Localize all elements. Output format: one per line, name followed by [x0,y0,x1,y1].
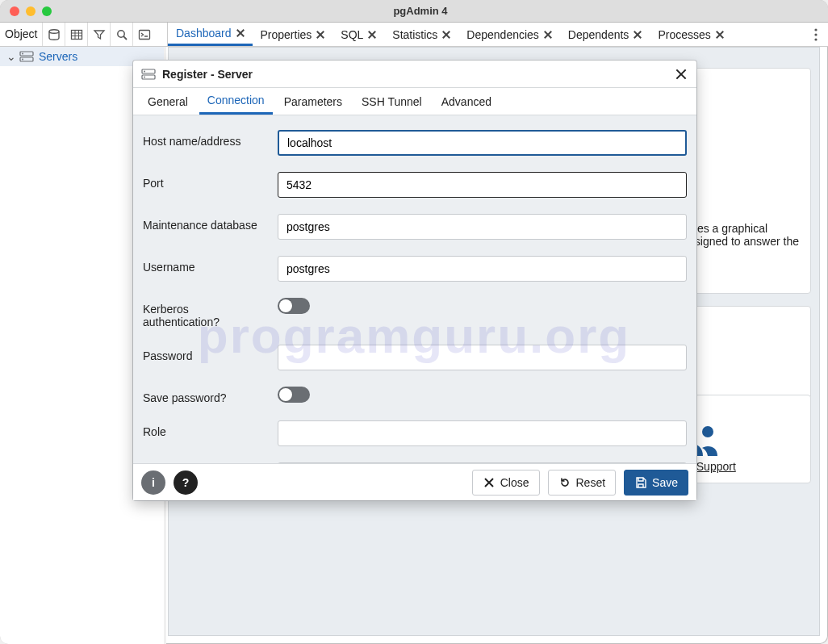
svg-point-22 [144,76,145,77]
filter-icon[interactable] [87,23,110,46]
row-username: Username [143,248,687,290]
help-icon[interactable]: ? [174,470,198,495]
svg-point-10 [814,33,817,36]
kerberos-toggle[interactable] [278,298,310,314]
app-window: pgAdmin 4 Object Dashboard Properties SQ… [0,0,828,644]
reset-button[interactable]: Reset [548,470,617,496]
query-tool-icon[interactable] [42,23,65,46]
row-password: Password [143,337,687,378]
tab-label: Statistics [392,28,437,41]
tab-properties[interactable]: Properties [253,23,333,46]
svg-point-6 [118,30,124,36]
dialog-title: Register - Server [162,68,253,81]
close-button-label: Close [500,476,529,489]
titlebar: pgAdmin 4 [0,0,828,23]
host-input[interactable] [278,130,687,156]
svg-point-15 [22,59,23,61]
register-server-dialog: Register - Server General Connection Par… [133,61,696,500]
x-icon [483,476,496,489]
reset-button-label: Reset [576,476,606,489]
label-password: Password [143,345,268,362]
tab-label: Dependencies [466,28,539,41]
svg-line-7 [123,36,127,40]
svg-point-21 [144,70,145,72]
row-host: Host name/address [143,122,687,164]
savepwd-toggle[interactable] [278,387,310,403]
label-port: Port [143,172,268,190]
close-tab-icon[interactable] [716,31,724,39]
close-tab-icon[interactable] [634,31,642,39]
dialog-footer: i ? Close Reset Save [133,463,696,500]
row-service: Service [143,454,687,463]
dlg-tab-advanced[interactable]: Advanced [433,88,500,115]
svg-point-14 [22,53,23,55]
row-port: Port [143,164,687,206]
tab-processes[interactable]: Processes [650,23,731,46]
label-savepwd: Save password? [143,387,268,404]
label-kerberos: Kerberos authentication? [143,298,268,328]
label-maintdb: Maintenance database [143,214,268,232]
close-window-icon[interactable] [10,6,19,16]
object-explorer-toolbar: Object [0,23,168,47]
window-controls [0,6,52,16]
tab-dependents[interactable]: Dependents [560,23,650,46]
tab-dashboard[interactable]: Dashboard [168,23,253,46]
close-icon[interactable] [674,67,688,82]
tab-label: Dashboard [176,27,232,40]
welcome-text-2: designed to answer the [682,235,799,248]
close-button[interactable]: Close [472,470,540,496]
role-input[interactable] [278,420,687,446]
info-icon[interactable]: i [141,470,165,495]
close-tab-icon[interactable] [316,31,324,39]
dlg-tab-ssh-tunnel[interactable]: SSH Tunnel [353,88,430,115]
row-savepwd: Save password? [143,378,687,412]
search-icon[interactable] [110,23,132,46]
svg-rect-1 [71,30,82,39]
close-tab-icon[interactable] [442,31,450,39]
view-data-icon[interactable] [65,23,87,46]
psql-tool-icon[interactable] [132,23,155,46]
svg-point-0 [49,29,59,32]
dialog-header: Register - Server [133,61,696,88]
svg-rect-8 [139,30,149,39]
label-host: Host name/address [143,130,268,148]
chevron-down-icon[interactable]: ⌄ [6,50,15,63]
main-tabs: Dashboard Properties SQL Statistics Depe… [168,23,828,47]
row-role: Role [143,412,687,454]
tab-statistics[interactable]: Statistics [384,23,458,46]
save-button-label: Save [652,476,678,489]
tab-label: SQL [341,28,363,41]
save-button[interactable]: Save [624,470,688,496]
dialog-tabs: General Connection Parameters SSH Tunnel… [133,88,696,115]
tree-root-label: Servers [39,50,77,63]
tab-sql[interactable]: SQL [332,23,384,46]
more-menu-icon[interactable] [804,23,828,46]
dialog-body: Host name/address Port Maintenance datab… [133,115,696,463]
close-tab-icon[interactable] [368,31,376,39]
row-kerberos: Kerberos authentication? [143,290,687,337]
maintdb-input[interactable] [278,214,687,240]
tab-label: Processes [658,28,710,41]
row-maintdb: Maintenance database [143,206,687,248]
save-icon [634,476,647,489]
close-tab-icon[interactable] [544,31,552,39]
minimize-window-icon[interactable] [26,6,36,16]
close-tab-icon[interactable] [236,29,245,37]
window-title: pgAdmin 4 [52,5,828,17]
password-input[interactable] [278,345,687,370]
svg-point-11 [814,38,817,40]
dlg-tab-parameters[interactable]: Parameters [276,88,350,115]
object-explorer-label: Object [0,23,42,46]
tab-dependencies[interactable]: Dependencies [458,23,560,46]
dlg-tab-connection[interactable]: Connection [199,88,273,115]
username-input[interactable] [278,256,687,282]
dlg-tab-general[interactable]: General [140,88,196,115]
port-input[interactable] [278,172,687,198]
label-role: Role [143,420,268,438]
server-icon [141,69,156,80]
zoom-window-icon[interactable] [42,6,52,16]
reset-icon [558,476,571,489]
tab-label: Dependents [568,28,629,41]
tab-label: Properties [261,28,312,41]
svg-point-9 [814,28,817,31]
